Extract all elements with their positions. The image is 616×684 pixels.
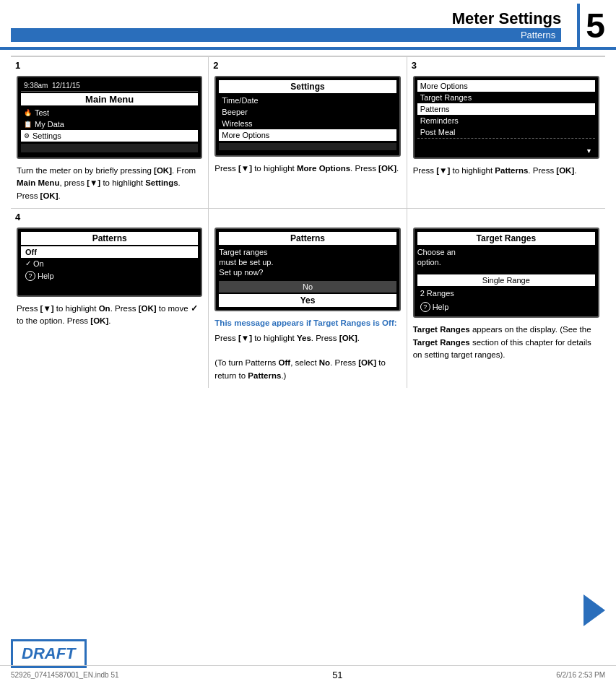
page-subtitle: Patterns xyxy=(11,28,561,42)
test-icon: 🔥 xyxy=(24,109,32,116)
footer-right-text: 6/2/16 2:53 PM xyxy=(556,671,605,679)
step-3-arrow: ▼ xyxy=(417,146,595,155)
step-6-cell: Target Ranges Choose anoption. Single Ra… xyxy=(407,209,605,388)
step-3-moreoptions: More Options xyxy=(417,80,595,92)
step-6-singlerange: Single Range xyxy=(417,274,595,286)
step-5-screen: Patterns Target rangesmust be set up.Set… xyxy=(214,228,400,311)
step-5-no: No xyxy=(219,281,396,293)
step-3-targetranges: Target Ranges xyxy=(417,92,595,103)
settings-icon: ⚙ xyxy=(24,132,30,139)
header: Meter Settings Patterns 5 xyxy=(0,0,616,47)
step-4-screen: Patterns Off ✓ On ? Help xyxy=(17,228,202,297)
step-5-yes: Yes xyxy=(219,294,396,307)
step-2-wireless: Wireless xyxy=(219,118,396,129)
step-4-off: Off xyxy=(21,246,198,258)
next-arrow-icon xyxy=(584,594,605,626)
step-1-bar xyxy=(21,144,198,152)
step-1-settings: ⚙ Settings xyxy=(21,130,198,142)
step-5-title: Patterns xyxy=(219,232,396,245)
step-2-timedate: Time/Date xyxy=(219,95,396,106)
step-2-screen: Settings Time/Date Beeper Wireless More … xyxy=(214,76,400,157)
page-number-block: 5 xyxy=(570,4,605,47)
step-1-time: 9:38am 12/11/15 xyxy=(21,80,198,92)
step-1-menu-title: Main Menu xyxy=(21,93,198,105)
step-2-caption: Press [▼] to highlight More Options. Pre… xyxy=(214,163,400,175)
footer-page-number: 51 xyxy=(332,670,342,680)
checkmark-icon: ✓ xyxy=(25,259,31,267)
step-3-patterns: Patterns xyxy=(417,103,595,115)
step-3-caption: Press [▼] to highlight Patterns. Press [… xyxy=(413,165,599,177)
step-2-cell: 2 Settings Time/Date Beeper Wireless Mor… xyxy=(209,57,407,209)
draft-label: DRAFT xyxy=(22,644,76,662)
step-3-screen: More Options Target Ranges Patterns Remi… xyxy=(413,76,599,159)
step-1-mydata: 📋 My Data xyxy=(21,118,198,130)
step-6-message: Choose anoption. xyxy=(417,247,595,268)
step-6-screen: Target Ranges Choose anoption. Single Ra… xyxy=(413,228,599,319)
step-6-title: Target Ranges xyxy=(417,232,595,245)
step-4-spacer xyxy=(21,282,198,293)
blue-divider xyxy=(577,4,580,47)
header-titles: Meter Settings Patterns xyxy=(11,9,561,42)
step-5-message: Target rangesmust be set up.Set up now? xyxy=(219,247,396,278)
step-4-title: Patterns xyxy=(21,232,198,245)
help-circle-2-icon: ? xyxy=(420,302,430,312)
step-6-help: ? Help xyxy=(417,300,595,313)
steps-grid: 1 9:38am 12/11/15 Main Menu 🔥 Test 📋 My … xyxy=(11,56,605,388)
step-5-caption-blue: This message appears if Target Ranges is… xyxy=(214,317,400,329)
help-circle-icon: ? xyxy=(25,271,35,281)
step-2-title: Settings xyxy=(219,80,396,93)
step-4-help: ? Help xyxy=(21,269,198,282)
footer: 52926_07414587001_EN.indb 51 51 6/2/16 2… xyxy=(0,665,616,684)
main-content: 1 9:38am 12/11/15 Main Menu 🔥 Test 📋 My … xyxy=(0,56,616,388)
page-title: Meter Settings xyxy=(11,9,561,28)
step-2-bar xyxy=(219,143,396,150)
step-4-cell: 4 Patterns Off ✓ On ? Help Press [▼] to … xyxy=(11,209,209,388)
step-2-moreoptions: More Options xyxy=(219,129,396,141)
step-3-number: 3 xyxy=(412,60,417,71)
footer-left-text: 52926_07414587001_EN.indb 51 xyxy=(11,671,119,679)
step-1-cell: 1 9:38am 12/11/15 Main Menu 🔥 Test 📋 My … xyxy=(11,57,209,209)
step-5-cell: Patterns Target rangesmust be set up.Set… xyxy=(209,209,407,388)
step-1-number: 1 xyxy=(15,60,20,71)
step-4-caption: Press [▼] to highlight On. Press [OK] to… xyxy=(17,303,202,328)
step-1-test: 🔥 Test xyxy=(21,107,198,118)
step-2-number: 2 xyxy=(213,60,218,71)
step-1-screen: 9:38am 12/11/15 Main Menu 🔥 Test 📋 My Da… xyxy=(17,76,202,159)
step-4-on: ✓ On xyxy=(21,258,198,269)
mydata-icon: 📋 xyxy=(24,121,32,128)
step-3-reminders: Reminders xyxy=(417,115,595,126)
step-1-caption: Turn the meter on by briefly pressing [O… xyxy=(17,165,202,202)
step-4-number: 4 xyxy=(15,212,20,222)
step-6-2ranges: 2 Ranges xyxy=(417,287,595,299)
step-6-caption: Target Ranges appears on the display. (S… xyxy=(413,324,599,361)
step-3-spacer xyxy=(417,140,595,146)
step-3-postmeal: Post Meal xyxy=(417,126,595,139)
top-border-line xyxy=(0,47,616,50)
draft-badge: DRAFT xyxy=(11,639,87,668)
step-2-beeper: Beeper xyxy=(219,106,396,118)
step-5-caption: Press [▼] to highlight Yes. Press [OK]. … xyxy=(214,332,400,382)
page-number: 5 xyxy=(586,6,605,46)
step-3-cell: 3 More Options Target Ranges Patterns Re… xyxy=(407,57,605,209)
